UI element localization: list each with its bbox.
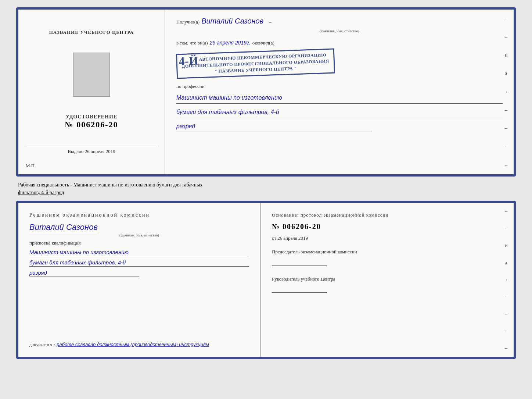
cert-stamp: 4-й АВТОНОМНУЮ НЕКОММЕРЧЕСКУЮ ОРГАНИЗАЦИ… xyxy=(176,49,335,79)
dash1: – xyxy=(505,16,510,22)
arrow-label: ← xyxy=(505,89,510,95)
br-dash3: – xyxy=(505,294,510,300)
profession-line2: бумаги для табачных фильтров, 4-й xyxy=(176,107,503,118)
rukovoditel-signature-line xyxy=(272,285,327,293)
middle-text-block: Рабочая специальность - Машинист машины … xyxy=(16,181,516,196)
dash5: – xyxy=(505,144,510,150)
vtom-label: в том, что он(а) xyxy=(176,40,208,46)
predsedatel-label: Председатель экзаменационной комиссии xyxy=(272,249,503,255)
cert-right-panel: Получил(a) Виталий Сазонов – (фамилия, и… xyxy=(165,10,514,174)
cert-udostoverenie: УДОСТОВЕРЕНИЕ № 006206-20 xyxy=(65,114,118,129)
vydano-label: Выдано xyxy=(68,149,83,154)
stamp-container: 4-й АВТОНОМНУЮ НЕКОММЕРЧЕСКУЮ ОРГАНИЗАЦИ… xyxy=(176,51,503,76)
resheniem-title: Решением экзаменационной комиссии xyxy=(29,212,249,218)
dash2: – xyxy=(505,34,510,40)
br-dash4: – xyxy=(505,311,510,317)
ot-date: 26 апреля 2019 xyxy=(277,235,308,241)
a-label: а xyxy=(505,71,510,76)
rukovoditel-label: Руководитель учебного Центра xyxy=(272,276,503,282)
po-professii-label: по профессии xyxy=(176,83,205,89)
qual-line2: бумаги для табачных фильтров, 4-й xyxy=(29,259,249,267)
middle-text-underline: фильтров, 4-й разряд xyxy=(18,190,64,195)
i-label: и xyxy=(505,52,510,58)
prisvoena-label: присвоена квалификация xyxy=(29,240,249,246)
poluchil-row: Получил(a) Виталий Сазонов – xyxy=(176,17,503,25)
cert-left-panel: НАЗВАНИЕ УЧЕБНОГО ЦЕНТРА УДОСТОВЕРЕНИЕ №… xyxy=(18,10,165,174)
stamp-number: 4-й xyxy=(179,52,199,70)
vtom-row: в том, что он(а) 26 апреля 2019г. окончи… xyxy=(176,40,503,46)
poluchil-label: Получил(a) xyxy=(176,19,200,25)
okonchil-label: окончил(а) xyxy=(252,40,274,46)
ot-label: от xyxy=(272,235,276,241)
cert-vydano: Выдано 26 апреля 2019 xyxy=(26,147,157,154)
br-dash2: – xyxy=(505,226,510,232)
bottom-name: Виталий Сазонов xyxy=(29,222,98,233)
cert-photo xyxy=(73,53,110,97)
ot-date-row: от 26 апреля 2019 xyxy=(272,235,503,241)
br-i: и xyxy=(505,243,510,249)
profession-line3: разряд xyxy=(176,122,372,132)
br-dash1: – xyxy=(505,209,510,214)
dopuskaetsya-label: допускается к xyxy=(29,342,55,347)
dash6: – xyxy=(505,162,510,168)
po-professii-row: по профессии xyxy=(176,83,503,89)
cert-bottom-right: Основание: протокол экзаменационной коми… xyxy=(261,203,514,357)
protokol-number: № 006206-20 xyxy=(272,222,503,231)
vydano-date: 26 апреля 2019 xyxy=(85,149,115,154)
certificate-top: НАЗВАНИЕ УЧЕБНОГО ЦЕНТРА УДОСТОВЕРЕНИЕ №… xyxy=(16,7,516,177)
bottom-right-dashes: – – и а ← – – – – xyxy=(505,203,510,357)
bottom-name-block: Виталий Сазонов (фамилия, имя, отчество) xyxy=(29,222,249,237)
cert-bottom-left: Решением экзаменационной комиссии Витали… xyxy=(18,203,261,357)
bottom-fio-subtitle: (фамилия, имя, отчество) xyxy=(29,233,249,237)
poluchil-name: Виталий Сазонов xyxy=(201,17,263,25)
osnovaniye-label: Основание: протокол экзаменационной коми… xyxy=(272,212,503,218)
profession-line1: Машинист машины по изготовлению xyxy=(176,93,503,104)
br-arrow: ← xyxy=(505,277,510,283)
predsedatel-signature-line xyxy=(272,258,327,266)
br-a: а xyxy=(505,260,510,266)
middle-text-main: Рабочая специальность - Машинист машины … xyxy=(18,182,202,188)
cert-number: № 006206-20 xyxy=(65,120,118,129)
br-dash5: – xyxy=(505,328,510,334)
dopuskaetsya-value: работе согласно должностным (производств… xyxy=(57,342,209,347)
fio-subtitle: (фамилия, имя, отчество) xyxy=(176,29,503,33)
br-dash6: – xyxy=(505,345,510,351)
right-dashes: – – и а ← – – – – xyxy=(505,10,510,174)
dash3: – xyxy=(505,107,510,113)
predsedatel-block: Председатель экзаменационной комиссии xyxy=(272,249,503,266)
udostoverenie-label: УДОСТОВЕРЕНИЕ xyxy=(65,114,118,120)
certificate-bottom: Решением экзаменационной комиссии Витали… xyxy=(16,201,516,359)
dopuskaetsya-row: допускается к работе согласно должностны… xyxy=(29,338,249,348)
qual-line3: разряд xyxy=(29,270,139,277)
rukovoditel-block: Руководитель учебного Центра xyxy=(272,276,503,293)
qual-line1: Машинист машины по изготовлению xyxy=(29,249,249,256)
cert-left-title: НАЗВАНИЕ УЧЕБНОГО ЦЕНТРА xyxy=(49,29,134,35)
dash4: – xyxy=(505,125,510,131)
cert-mp: М.П. xyxy=(26,163,36,169)
vtom-date: 26 апреля 2019г. xyxy=(210,40,251,46)
